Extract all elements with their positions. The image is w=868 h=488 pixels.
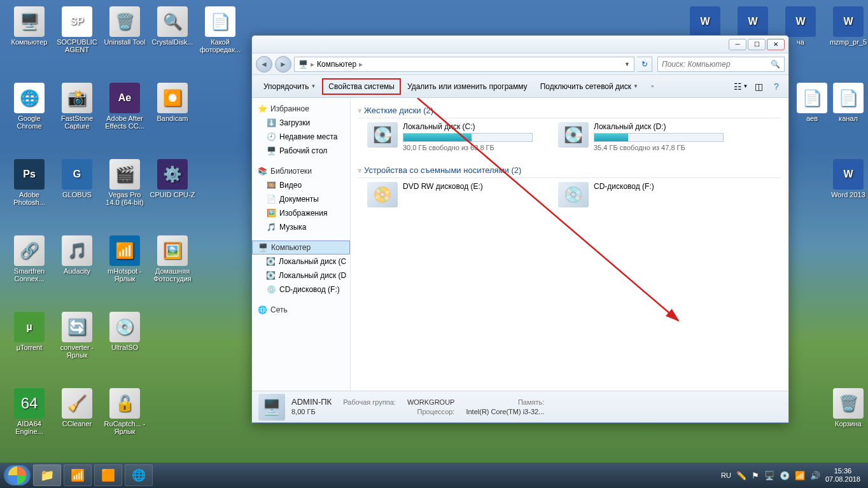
status-bar: 🖥️ ADMIN-ПК Рабочая группа:WORKGROUP Пам… xyxy=(252,391,788,422)
sidebar-music[interactable]: 🎵Музыка xyxy=(252,220,350,234)
app-icon: 📄 xyxy=(205,6,235,37)
desktop-icon[interactable]: PsAdobe Photosh... xyxy=(6,159,52,206)
star-icon: ⭐ xyxy=(257,104,267,114)
desktop-icon[interactable]: SPSOCPUBLIC AGENT xyxy=(54,6,100,53)
sidebar-disk-c[interactable]: 💽Локальный диск (C xyxy=(252,254,350,268)
sidebar-recent[interactable]: 🕘Недавние места xyxy=(252,130,350,144)
sidebar-documents[interactable]: 📄Документы xyxy=(252,192,350,206)
minimize-button[interactable]: ─ xyxy=(729,39,746,50)
app-icon: 🔍 xyxy=(157,6,188,37)
refresh-button[interactable]: ↻ xyxy=(637,57,652,72)
language-indicator[interactable]: RU xyxy=(721,471,731,479)
sidebar-computer[interactable]: 🖥️Компьютер xyxy=(252,241,350,254)
view-options-button[interactable]: ☷▼ xyxy=(734,80,748,94)
collapse-icon: ▿ xyxy=(358,167,361,174)
desktop-icon[interactable]: ⏺️Bandicam xyxy=(150,83,195,122)
organize-button[interactable]: Упорядочить▼ xyxy=(257,78,322,95)
desktop-icon-label: Adobe Photosh... xyxy=(6,191,52,206)
video-icon: 🎞️ xyxy=(266,180,276,190)
desktop-icon[interactable]: 🧹CCleaner xyxy=(54,388,100,428)
desktop-icon[interactable]: W xyxy=(682,6,728,38)
preview-pane-button[interactable]: ◫ xyxy=(752,80,766,94)
desktop-icon[interactable]: 🖥️Компьютер xyxy=(6,6,52,46)
sidebar-libraries[interactable]: 📚Библиотеки xyxy=(252,164,350,178)
desktop-icon[interactable]: 🌐Google Chrome xyxy=(6,83,52,130)
tray-icon[interactable]: ✏️ xyxy=(736,471,746,480)
desktop-icon[interactable]: 🖼️Домашняя Фотостудия xyxy=(150,235,195,282)
close-button[interactable]: ✕ xyxy=(767,39,785,50)
desktop-icon[interactable]: 🎬Vegas Pro 14.0 (64-bit) xyxy=(102,159,148,206)
drive-usage-bar xyxy=(594,133,724,142)
start-button[interactable] xyxy=(4,465,31,485)
desktop-icon[interactable]: ⚙️CPUID CPU-Z xyxy=(150,159,195,199)
section-hard-drives[interactable]: ▿Жесткие диски (2) xyxy=(358,103,781,118)
desktop-icon[interactable]: µµTorrent xyxy=(6,312,52,351)
help-button[interactable]: ? xyxy=(769,80,783,94)
desktop-icon[interactable]: 📸FastStone Capture xyxy=(54,83,100,130)
section-removable[interactable]: ▿Устройства со съемными носителями (2) xyxy=(358,163,781,178)
taskbar-app[interactable]: 📶 xyxy=(64,464,92,486)
desktop-icon-label: CCleaner xyxy=(54,420,100,428)
taskbar-chrome[interactable]: 🌐 xyxy=(125,464,153,486)
breadcrumb-item[interactable]: Компьютер xyxy=(317,60,356,69)
disk-icon: 💽 xyxy=(266,270,276,281)
desktop-icon[interactable]: WWord 2013 xyxy=(825,159,868,199)
desktop-icon[interactable]: GGLOBUS xyxy=(54,159,100,199)
chevron-right-icon: ▸ xyxy=(359,60,363,69)
taskbar-app[interactable]: 🟧 xyxy=(94,464,122,486)
desktop-icon[interactable]: 🔍CrystalDisk... xyxy=(150,6,195,46)
taskbar-explorer[interactable]: 📁 xyxy=(33,464,61,486)
drive-dvd[interactable]: 📀 DVD RW дисковод (E:) xyxy=(367,182,533,207)
desktop-icon[interactable]: 🔓RuCaptch... - Ярлык xyxy=(102,388,148,435)
maximize-button[interactable]: ☐ xyxy=(748,39,766,50)
uninstall-program-button[interactable]: Удалить или изменить программу xyxy=(401,78,534,95)
toolbar-overflow[interactable]: » xyxy=(645,80,660,93)
sidebar-video[interactable]: 🎞️Видео xyxy=(252,178,350,192)
sidebar-favorites[interactable]: ⭐Избранное xyxy=(252,102,350,116)
search-box[interactable]: 🔍 xyxy=(657,57,785,72)
desktop-icon[interactable]: 64AIDA64 Engine... xyxy=(6,388,52,435)
desktop-icon[interactable]: 🗑️Uninstall Tool xyxy=(102,6,148,46)
desktop-icon[interactable]: 📄Какой фоторедак... xyxy=(197,6,243,53)
taskbar-clock[interactable]: 15:36 07.08.2018 xyxy=(825,467,860,484)
breadcrumb[interactable]: 🖥️ ▸ Компьютер ▸ ▼ xyxy=(294,57,634,72)
map-network-drive-button[interactable]: Подключить сетевой диск▼ xyxy=(534,78,645,95)
desktop-icon[interactable]: 💿UltraISO xyxy=(102,312,148,351)
drive-c[interactable]: 💽 Локальный диск (C:) 30,0 ГБ свободно и… xyxy=(367,122,533,151)
sidebar-desktop[interactable]: 🖥️Рабочий стол xyxy=(252,144,350,158)
tray-network-icon[interactable]: 📶 xyxy=(795,471,805,480)
sidebar-network[interactable]: 🌐Сеть xyxy=(252,303,350,317)
cd-icon: 💿 xyxy=(266,284,276,295)
drive-usage-bar xyxy=(403,133,533,142)
search-input[interactable] xyxy=(662,60,771,69)
sidebar-cd[interactable]: 💿CD-дисковод (F:) xyxy=(252,282,350,296)
back-button[interactable]: ◄ xyxy=(256,56,272,73)
desktop-icon[interactable]: 🗑️Корзина xyxy=(825,388,868,428)
desktop-icon[interactable]: AeAdobe After Effects CC... xyxy=(102,83,148,130)
sidebar-disk-d[interactable]: 💽Локальный диск (D xyxy=(252,268,350,282)
chevron-down-icon: ▼ xyxy=(311,83,316,89)
desktop-icon[interactable]: 🔗Smartfren Connex... xyxy=(6,235,52,282)
desktop-icon[interactable]: 🔄converter - Ярлык xyxy=(54,312,100,359)
desktop-icon[interactable]: W xyxy=(730,6,776,38)
system-properties-button[interactable]: Свойства системы xyxy=(322,78,401,95)
tray-icon[interactable]: 🖥️ xyxy=(764,471,774,480)
drive-label: Локальный диск (D:) xyxy=(594,122,724,131)
desktop-icon-label: CPUID CPU-Z xyxy=(150,191,195,199)
forward-button[interactable]: ► xyxy=(275,56,291,73)
app-icon: ⏺️ xyxy=(157,83,188,113)
chevron-down-icon[interactable]: ▼ xyxy=(624,61,630,67)
desktop-icon[interactable]: 📶mHotspot - Ярлык xyxy=(102,235,148,282)
sidebar-pictures[interactable]: 🖼️Изображения xyxy=(252,206,350,220)
desktop-icon[interactable]: 📄канал xyxy=(825,83,868,122)
tray-volume-icon[interactable]: 🔊 xyxy=(810,471,820,480)
sidebar-downloads[interactable]: ⬇️Загрузки xyxy=(252,116,350,130)
drive-d[interactable]: 💽 Локальный диск (D:) 35,4 ГБ свободно и… xyxy=(558,122,724,151)
desktop-icon[interactable]: 🎵Audacity xyxy=(54,235,100,275)
desktop-icon[interactable]: Wmzmp_pr_5 xyxy=(825,6,868,46)
chevron-down-icon: ▼ xyxy=(633,83,638,89)
search-icon[interactable]: 🔍 xyxy=(771,60,780,69)
drive-cd[interactable]: 💿 CD-дисковод (F:) xyxy=(558,182,724,207)
tray-icon[interactable]: 💿 xyxy=(780,471,790,480)
tray-flag-icon[interactable]: ⚑ xyxy=(752,471,759,480)
